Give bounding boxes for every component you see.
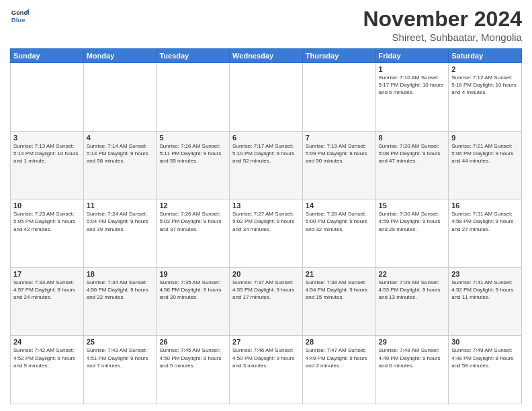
day-cell-1-1: 4Sunrise: 7:14 AM Sunset: 5:13 PM Daylig… [83, 131, 157, 199]
day-info: Sunrise: 7:23 AM Sunset: 5:05 PM Dayligh… [13, 210, 81, 233]
day-cell-2-1: 11Sunrise: 7:24 AM Sunset: 5:04 PM Dayli… [83, 199, 157, 268]
week-row-0: 1Sunrise: 7:10 AM Sunset: 5:17 PM Daylig… [11, 63, 522, 132]
page: General Blue November 2024 Shireet, Suhb… [0, 0, 532, 411]
day-number: 23 [451, 270, 519, 278]
subtitle: Shireet, Suhbaatar, Mongolia [363, 32, 522, 43]
day-cell-4-2: 26Sunrise: 7:45 AM Sunset: 4:50 PM Dayli… [157, 336, 230, 404]
day-info: Sunrise: 7:26 AM Sunset: 5:03 PM Dayligh… [159, 210, 226, 233]
header: General Blue November 2024 Shireet, Suhb… [10, 7, 522, 43]
day-number: 13 [232, 201, 300, 210]
day-cell-2-3: 13Sunrise: 7:27 AM Sunset: 5:02 PM Dayli… [230, 199, 303, 268]
day-cell-1-0: 3Sunrise: 7:13 AM Sunset: 5:14 PM Daylig… [11, 131, 84, 199]
day-number: 24 [13, 338, 81, 346]
day-info: Sunrise: 7:21 AM Sunset: 5:06 PM Dayligh… [451, 142, 519, 165]
day-cell-4-1: 25Sunrise: 7:43 AM Sunset: 4:51 PM Dayli… [83, 336, 157, 404]
day-cell-2-2: 12Sunrise: 7:26 AM Sunset: 5:03 PM Dayli… [157, 199, 230, 268]
day-cell-1-6: 9Sunrise: 7:21 AM Sunset: 5:06 PM Daylig… [449, 131, 522, 199]
day-info: Sunrise: 7:13 AM Sunset: 5:14 PM Dayligh… [13, 142, 81, 165]
day-number: 15 [379, 201, 446, 210]
day-number: 2 [451, 65, 519, 73]
day-info: Sunrise: 7:24 AM Sunset: 5:04 PM Dayligh… [87, 210, 154, 233]
day-number: 7 [306, 134, 373, 142]
day-info: Sunrise: 7:20 AM Sunset: 5:08 PM Dayligh… [379, 142, 446, 165]
day-info: Sunrise: 7:47 AM Sunset: 4:49 PM Dayligh… [306, 347, 373, 369]
day-number: 9 [451, 134, 519, 142]
day-info: Sunrise: 7:27 AM Sunset: 5:02 PM Dayligh… [232, 210, 300, 233]
day-cell-2-0: 10Sunrise: 7:23 AM Sunset: 5:05 PM Dayli… [11, 199, 84, 268]
day-number: 18 [87, 270, 154, 278]
day-info: Sunrise: 7:14 AM Sunset: 5:13 PM Dayligh… [87, 142, 154, 165]
header-thursday: Thursday [302, 49, 375, 63]
day-cell-2-4: 14Sunrise: 7:28 AM Sunset: 5:00 PM Dayli… [302, 199, 375, 268]
day-number: 5 [159, 134, 226, 142]
day-cell-3-5: 22Sunrise: 7:39 AM Sunset: 4:53 PM Dayli… [375, 267, 449, 336]
calendar-body: 1Sunrise: 7:10 AM Sunset: 5:17 PM Daylig… [11, 63, 522, 404]
day-cell-4-0: 24Sunrise: 7:42 AM Sunset: 4:52 PM Dayli… [11, 336, 84, 404]
svg-text:Blue: Blue [11, 16, 26, 24]
day-number: 28 [306, 338, 373, 346]
day-number: 12 [159, 201, 226, 210]
header-wednesday: Wednesday [230, 49, 303, 63]
day-info: Sunrise: 7:16 AM Sunset: 5:11 PM Dayligh… [159, 142, 226, 165]
header-friday: Friday [375, 49, 449, 63]
day-info: Sunrise: 7:28 AM Sunset: 5:00 PM Dayligh… [306, 210, 373, 233]
day-number: 1 [379, 65, 446, 73]
day-cell-0-0 [11, 63, 84, 132]
day-info: Sunrise: 7:46 AM Sunset: 4:50 PM Dayligh… [232, 347, 300, 369]
day-cell-4-4: 28Sunrise: 7:47 AM Sunset: 4:49 PM Dayli… [302, 336, 375, 404]
day-cell-3-0: 17Sunrise: 7:33 AM Sunset: 4:57 PM Dayli… [11, 267, 84, 336]
day-cell-4-6: 30Sunrise: 7:49 AM Sunset: 4:48 PM Dayli… [449, 336, 522, 404]
day-number: 30 [451, 338, 519, 346]
day-cell-0-4 [302, 63, 375, 132]
day-info: Sunrise: 7:43 AM Sunset: 4:51 PM Dayligh… [87, 347, 154, 369]
day-cell-1-3: 6Sunrise: 7:17 AM Sunset: 5:10 PM Daylig… [230, 131, 303, 199]
day-number: 10 [13, 201, 81, 210]
day-number: 11 [87, 201, 154, 210]
header-tuesday: Tuesday [157, 49, 230, 63]
logo: General Blue [10, 7, 29, 26]
day-number: 3 [13, 134, 81, 142]
day-info: Sunrise: 7:30 AM Sunset: 4:59 PM Dayligh… [379, 210, 446, 233]
day-number: 20 [232, 270, 300, 278]
header-monday: Monday [83, 49, 157, 63]
day-cell-0-5: 1Sunrise: 7:10 AM Sunset: 5:17 PM Daylig… [375, 63, 449, 132]
day-cell-0-1 [83, 63, 157, 132]
day-cell-3-6: 23Sunrise: 7:41 AM Sunset: 4:52 PM Dayli… [449, 267, 522, 336]
day-info: Sunrise: 7:45 AM Sunset: 4:50 PM Dayligh… [159, 347, 226, 369]
day-cell-0-3 [230, 63, 303, 132]
day-number: 26 [159, 338, 226, 346]
day-number: 8 [379, 134, 446, 142]
day-info: Sunrise: 7:41 AM Sunset: 4:52 PM Dayligh… [451, 279, 519, 302]
weekday-header-row: Sunday Monday Tuesday Wednesday Thursday… [11, 49, 522, 63]
day-info: Sunrise: 7:10 AM Sunset: 5:17 PM Dayligh… [379, 74, 446, 97]
week-row-1: 3Sunrise: 7:13 AM Sunset: 5:14 PM Daylig… [11, 131, 522, 199]
day-info: Sunrise: 7:38 AM Sunset: 4:54 PM Dayligh… [306, 279, 373, 302]
day-info: Sunrise: 7:35 AM Sunset: 4:56 PM Dayligh… [159, 279, 226, 302]
day-cell-1-5: 8Sunrise: 7:20 AM Sunset: 5:08 PM Daylig… [375, 131, 449, 199]
svg-text:General: General [11, 9, 29, 16]
day-cell-1-2: 5Sunrise: 7:16 AM Sunset: 5:11 PM Daylig… [157, 131, 230, 199]
week-row-4: 24Sunrise: 7:42 AM Sunset: 4:52 PM Dayli… [11, 336, 522, 404]
day-cell-3-2: 19Sunrise: 7:35 AM Sunset: 4:56 PM Dayli… [157, 267, 230, 336]
day-info: Sunrise: 7:19 AM Sunset: 5:09 PM Dayligh… [306, 142, 373, 165]
day-cell-2-6: 16Sunrise: 7:31 AM Sunset: 4:58 PM Dayli… [449, 199, 522, 268]
day-info: Sunrise: 7:33 AM Sunset: 4:57 PM Dayligh… [13, 279, 81, 302]
week-row-3: 17Sunrise: 7:33 AM Sunset: 4:57 PM Dayli… [11, 267, 522, 336]
day-cell-1-4: 7Sunrise: 7:19 AM Sunset: 5:09 PM Daylig… [302, 131, 375, 199]
day-cell-0-2 [157, 63, 230, 132]
month-title: November 2024 [363, 7, 522, 32]
day-number: 22 [379, 270, 446, 278]
day-number: 14 [306, 201, 373, 210]
day-number: 29 [379, 338, 446, 346]
day-info: Sunrise: 7:17 AM Sunset: 5:10 PM Dayligh… [232, 142, 300, 165]
day-cell-3-4: 21Sunrise: 7:38 AM Sunset: 4:54 PM Dayli… [302, 267, 375, 336]
header-sunday: Sunday [11, 49, 84, 63]
day-number: 4 [87, 134, 154, 142]
day-info: Sunrise: 7:12 AM Sunset: 5:16 PM Dayligh… [451, 74, 519, 97]
day-info: Sunrise: 7:37 AM Sunset: 4:55 PM Dayligh… [232, 279, 300, 302]
logo-icon: General Blue [10, 7, 29, 26]
day-number: 17 [13, 270, 81, 278]
day-cell-3-1: 18Sunrise: 7:34 AM Sunset: 4:56 PM Dayli… [83, 267, 157, 336]
day-info: Sunrise: 7:31 AM Sunset: 4:58 PM Dayligh… [451, 210, 519, 233]
header-saturday: Saturday [449, 49, 522, 63]
